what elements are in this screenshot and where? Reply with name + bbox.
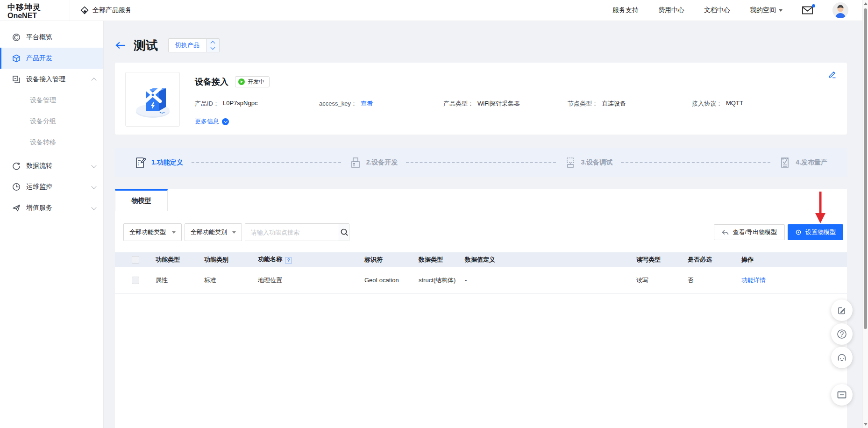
sidebar-item-device-access[interactable]: 设备接入管理 xyxy=(0,69,103,90)
search-input[interactable] xyxy=(245,224,339,241)
sidebar-item-value-added[interactable]: 增值服务 xyxy=(0,197,103,218)
sidebar-subitem-label: 设备转移 xyxy=(30,138,56,147)
step-function-definition[interactable]: 1.功能定义 xyxy=(135,157,183,169)
value-added-icon xyxy=(12,204,21,212)
customer-service-fab[interactable] xyxy=(831,347,853,368)
all-products-label: 全部产品服务 xyxy=(92,6,132,14)
search-box xyxy=(245,223,349,241)
gear-icon xyxy=(795,229,802,235)
switch-product-caret[interactable] xyxy=(206,39,219,52)
scrollbar-thumb[interactable] xyxy=(864,8,867,329)
cell-function-category: 标准 xyxy=(204,276,258,285)
messages-button[interactable] xyxy=(802,6,813,14)
data-flow-icon xyxy=(12,162,21,170)
page-title: 测试 xyxy=(134,37,158,54)
back-button[interactable] xyxy=(115,41,126,50)
edit-product-button[interactable] xyxy=(828,70,837,78)
search-button[interactable] xyxy=(339,224,349,241)
status-play-icon xyxy=(238,78,245,85)
view-export-model-button[interactable]: 查看/导出物模型 xyxy=(714,224,785,240)
col-value-definition: 数据值定义 xyxy=(465,256,636,264)
function-type-select[interactable]: 全部功能类型 xyxy=(123,223,182,241)
thing-model-table: 功能类型 功能类别 功能名称? 标识符 数据类型 数据值定义 读写类型 是否必选… xyxy=(115,252,847,294)
chevron-down-icon xyxy=(172,231,176,234)
release-production-icon xyxy=(779,157,791,169)
function-detail-link[interactable]: 功能详情 xyxy=(741,277,766,284)
row-checkbox[interactable] xyxy=(132,277,139,284)
set-thing-model-button[interactable]: 设置物模型 xyxy=(788,224,843,240)
sidebar-subitem-device-mgmt[interactable]: 设备管理 xyxy=(0,90,103,111)
page-scrollbar[interactable] xyxy=(862,0,868,428)
device-debugging-icon xyxy=(564,157,576,169)
sidebar-item-data-flow[interactable]: 数据流转 xyxy=(0,155,103,176)
sidebar-item-platform-overview[interactable]: 平台概览 xyxy=(0,27,103,48)
chevron-down-icon xyxy=(232,231,236,234)
step-connector xyxy=(406,162,555,163)
main-content: 测试 切换产品 xyxy=(104,21,862,428)
col-function-category: 功能类别 xyxy=(204,256,258,264)
function-category-select[interactable]: 全部功能类别 xyxy=(185,223,242,241)
sidebar-subitem-label: 设备分组 xyxy=(30,117,56,126)
more-info-toggle[interactable]: 更多信息 xyxy=(195,117,837,126)
edit-square-icon xyxy=(837,306,847,315)
nav-doc-center[interactable]: 文档中心 xyxy=(704,6,730,14)
user-avatar[interactable] xyxy=(832,2,848,18)
help-icon[interactable]: ? xyxy=(285,257,292,264)
switch-product-label: 切换产品 xyxy=(169,39,206,52)
arrow-left-icon xyxy=(115,41,126,50)
platform-overview-icon xyxy=(12,33,21,42)
nav-service-support[interactable]: 服务支持 xyxy=(612,6,639,14)
my-space-label: 我的空间 xyxy=(750,6,776,14)
question-circle-icon xyxy=(837,329,847,339)
logo-en-text: OneNET xyxy=(7,13,70,19)
feedback-fab[interactable] xyxy=(831,300,853,321)
col-rw-type: 读写类型 xyxy=(636,256,688,264)
step-release-production[interactable]: 4.发布量产 xyxy=(779,157,827,169)
step-connector xyxy=(621,162,770,163)
toolbar: 全部功能类型 全部功能类别 xyxy=(123,223,847,241)
scroll-down-arrow[interactable] xyxy=(864,423,868,426)
table-row: 属性 标准 地理位置 GeoLocation struct(结构体) - 读写 … xyxy=(115,267,847,294)
cell-function-type: 属性 xyxy=(156,276,204,285)
status-label: 开发中 xyxy=(248,78,264,86)
col-identifier: 标识符 xyxy=(364,256,419,264)
function-type-value: 全部功能类型 xyxy=(129,228,166,236)
field-access-key: access_key： 查看 xyxy=(319,100,443,108)
product-image xyxy=(125,72,180,127)
sidebar-subitem-device-transfer[interactable]: 设备转移 xyxy=(0,132,103,153)
switch-product-button[interactable]: 切换产品 xyxy=(168,38,220,52)
sidebar-item-label: 增值服务 xyxy=(26,204,52,212)
set-thing-model-label: 设置物模型 xyxy=(805,228,836,236)
form-icon xyxy=(837,391,847,399)
tab-thing-model[interactable]: 物模型 xyxy=(115,189,168,211)
sidebar-item-label: 产品开发 xyxy=(26,54,52,63)
step-device-development[interactable]: 2.设备开发 xyxy=(349,157,398,169)
step-label: 3.设备调试 xyxy=(581,158,613,167)
step-connector xyxy=(192,162,341,163)
nav-billing-center[interactable]: 费用中心 xyxy=(658,6,684,14)
sidebar-item-ops-monitor[interactable]: 运维监控 xyxy=(0,176,103,197)
chevron-down-icon xyxy=(91,184,96,189)
sidebar-item-product-dev[interactable]: 产品开发 xyxy=(0,48,103,69)
select-all-checkbox[interactable] xyxy=(132,256,139,264)
survey-fab[interactable] xyxy=(831,384,853,406)
view-access-key-link[interactable]: 查看 xyxy=(361,100,373,108)
help-fab[interactable] xyxy=(831,323,853,345)
step-device-debugging[interactable]: 3.设备调试 xyxy=(564,157,613,169)
diamond-icon xyxy=(80,6,89,14)
step-label: 4.发布量产 xyxy=(796,158,827,167)
chevron-down-icon xyxy=(91,163,96,168)
product-illustration xyxy=(131,78,174,121)
sidebar-subitem-device-group[interactable]: 设备分组 xyxy=(0,111,103,132)
product-name: 设备接入 xyxy=(195,76,228,87)
col-actions: 操作 xyxy=(741,256,847,264)
function-definition-icon xyxy=(135,157,147,169)
dev-steps-bar: 1.功能定义 2.设备开发 3.设备调试 xyxy=(115,148,847,177)
view-export-model-label: 查看/导出物模型 xyxy=(733,228,777,236)
all-products-menu[interactable]: 全部产品服务 xyxy=(80,6,132,14)
my-space-dropdown[interactable]: 我的空间 xyxy=(750,6,783,14)
chevron-up-icon xyxy=(91,78,96,83)
customer-service-icon xyxy=(837,352,847,363)
scroll-up-arrow[interactable] xyxy=(864,2,868,5)
chevron-down-icon xyxy=(91,205,96,210)
